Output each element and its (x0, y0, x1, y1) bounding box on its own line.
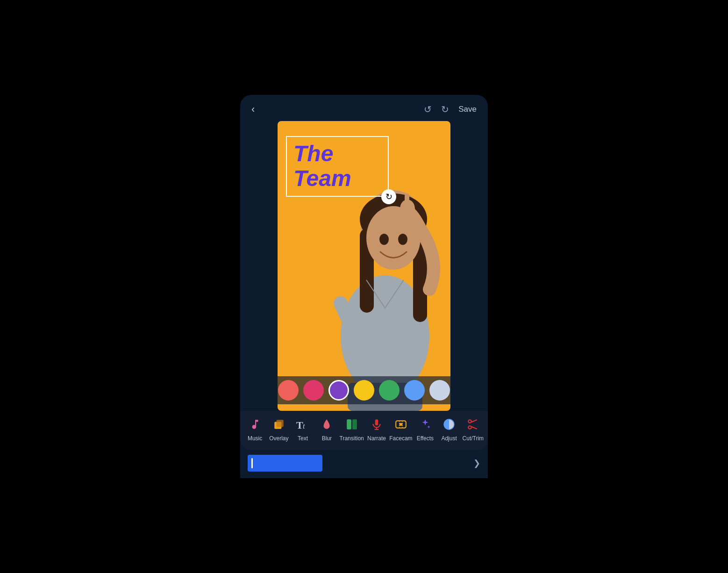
color-dot-yellow[interactable] (354, 380, 374, 401)
top-bar: ‹ ↺ ↻ Save (240, 95, 488, 121)
text-icon: Tt (296, 418, 309, 432)
svg-rect-16 (352, 419, 357, 430)
tool-item-adjust[interactable]: Adjust (438, 418, 460, 442)
tool-label-overlay: Overlay (269, 435, 288, 442)
cuttrim-icon (467, 418, 479, 432)
svg-line-27 (471, 427, 477, 429)
color-dot-green[interactable] (379, 380, 400, 401)
svg-rect-9 (405, 193, 409, 210)
overlay-text: The Team (293, 142, 381, 191)
bottom-toolbar: MusicOverlayTtTextBlurTransitionNarrateF… (240, 411, 488, 450)
timeline-bar[interactable] (248, 455, 322, 472)
tool-label-adjust: Adjust (441, 435, 457, 442)
undo-icon[interactable]: ↺ (424, 104, 432, 115)
rotate-handle[interactable]: ↻ (381, 189, 396, 204)
music-icon (249, 418, 261, 432)
canvas-area: The Team ↻ (278, 121, 450, 411)
svg-rect-15 (347, 419, 351, 430)
top-bar-left: ‹ (251, 103, 255, 115)
back-icon[interactable]: ‹ (251, 103, 255, 115)
narrate-icon (371, 418, 383, 432)
color-dot-light[interactable] (429, 380, 450, 401)
effects-icon (419, 418, 431, 432)
tool-item-narrate[interactable]: Narrate (365, 418, 388, 442)
tool-item-facecam[interactable]: Facecam (389, 418, 412, 442)
color-dot-purple[interactable] (328, 380, 349, 401)
tool-label-narrate: Narrate (367, 435, 386, 442)
redo-icon[interactable]: ↻ (441, 104, 449, 115)
svg-point-7 (398, 234, 407, 245)
tool-label-facecam: Facecam (389, 435, 412, 442)
facecam-icon (395, 418, 407, 432)
canvas-background: The Team ↻ (278, 121, 450, 411)
tool-item-cuttrim[interactable]: Cut/Trim (462, 418, 484, 442)
tool-label-effects: Effects (417, 435, 434, 442)
tool-label-transition: Transition (340, 435, 364, 442)
svg-text:T: T (296, 419, 303, 430)
tool-label-text: Text (298, 435, 308, 442)
transition-icon (346, 418, 358, 432)
svg-line-26 (471, 420, 477, 422)
svg-rect-12 (276, 420, 283, 427)
timeline-area: ❯ (240, 450, 488, 478)
blur-icon (321, 418, 333, 432)
svg-point-21 (400, 423, 403, 426)
tool-label-blur: Blur (322, 435, 332, 442)
adjust-icon (443, 418, 455, 432)
color-dot-coral[interactable] (278, 380, 299, 401)
svg-rect-17 (375, 419, 378, 425)
tool-item-overlay[interactable]: Overlay (268, 418, 290, 442)
overlay-icon (273, 418, 285, 432)
tool-item-text[interactable]: TtText (292, 418, 314, 442)
app-container: ‹ ↺ ↻ Save (240, 95, 488, 478)
tool-item-transition[interactable]: Transition (340, 418, 364, 442)
svg-point-6 (379, 234, 389, 245)
tool-label-music: Music (248, 435, 262, 442)
color-dot-pink[interactable] (303, 380, 324, 401)
text-overlay-box[interactable]: The Team ↻ (286, 136, 389, 197)
tool-item-blur[interactable]: Blur (315, 418, 338, 442)
timeline-next-icon[interactable]: ❯ (473, 458, 480, 468)
tool-item-effects[interactable]: Effects (414, 418, 436, 442)
timeline-cursor (251, 458, 253, 468)
svg-text:t: t (303, 422, 305, 430)
tool-label-cuttrim: Cut/Trim (463, 435, 484, 442)
tool-item-music[interactable]: Music (244, 418, 266, 442)
svg-point-24 (469, 420, 472, 423)
svg-point-25 (469, 426, 472, 429)
save-button[interactable]: Save (458, 105, 477, 114)
top-bar-center: ↺ ↻ Save (424, 104, 477, 115)
color-palette (278, 376, 450, 404)
color-dot-blue[interactable] (404, 380, 425, 401)
